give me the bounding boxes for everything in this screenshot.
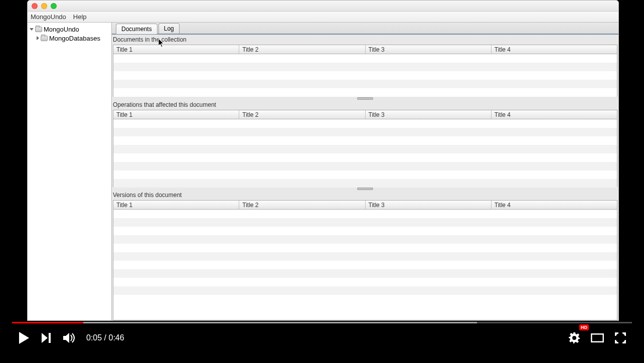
- table-row[interactable]: [113, 244, 617, 252]
- tree-root-label: MongoUndo: [44, 26, 79, 33]
- app-window: MongoUndo Help MongoUndo MongoDatabases …: [27, 0, 619, 321]
- col-title-1[interactable]: Title 1: [113, 201, 239, 210]
- player-controls: 0:05 / 0:46 HD: [12, 322, 632, 363]
- time-display: 0:05 / 0:46: [86, 333, 124, 342]
- table-row[interactable]: [113, 278, 617, 286]
- table-row[interactable]: [113, 235, 617, 244]
- video-frame: MongoUndo Help MongoUndo MongoDatabases …: [0, 0, 644, 363]
- table-body: [113, 119, 617, 188]
- section-operations-label: Operations that affected this document: [112, 100, 618, 110]
- table-row[interactable]: [113, 80, 617, 88]
- col-title-3[interactable]: Title 3: [366, 45, 492, 54]
- tab-documents[interactable]: Documents: [116, 24, 157, 34]
- main-panel: Documents Log Documents in the collectio…: [112, 23, 618, 320]
- close-icon[interactable]: [32, 3, 38, 9]
- col-title-3[interactable]: Title 3: [366, 201, 492, 210]
- table-row[interactable]: [113, 162, 617, 170]
- table-row[interactable]: [113, 170, 617, 179]
- col-title-4[interactable]: Title 4: [492, 201, 617, 210]
- documents-table[interactable]: Title 1 Title 2 Title 3 Title 4: [113, 45, 617, 97]
- col-title-1[interactable]: Title 1: [113, 45, 239, 54]
- tabs-row: Documents Log: [112, 23, 618, 35]
- col-title-2[interactable]: Title 2: [239, 201, 365, 210]
- svg-rect-0: [591, 334, 603, 342]
- time-total: 0:46: [108, 333, 124, 342]
- play-button[interactable]: [12, 326, 35, 349]
- table-row[interactable]: [113, 269, 617, 278]
- col-title-2[interactable]: Title 2: [239, 45, 365, 54]
- col-title-4[interactable]: Title 4: [492, 45, 617, 54]
- table-row[interactable]: [113, 88, 617, 97]
- table-row[interactable]: [113, 210, 617, 218]
- maximize-icon[interactable]: [51, 3, 57, 9]
- hd-badge: HD: [579, 324, 589, 330]
- table-body: [113, 54, 617, 97]
- table-header: Title 1 Title 2 Title 3 Title 4: [113, 201, 617, 210]
- tab-log[interactable]: Log: [158, 23, 180, 34]
- section-versions-label: Versions of this document: [112, 190, 618, 200]
- col-title-1[interactable]: Title 1: [113, 110, 239, 119]
- col-title-3[interactable]: Title 3: [366, 110, 492, 119]
- table-body: [113, 210, 617, 295]
- theater-mode-button[interactable]: [586, 326, 609, 349]
- section-documents-label: Documents in the collection: [112, 35, 618, 45]
- table-row[interactable]: [113, 63, 617, 71]
- versions-table[interactable]: Title 1 Title 2 Title 3 Title 4: [113, 200, 617, 320]
- table-row[interactable]: [113, 153, 617, 162]
- table-row[interactable]: [113, 119, 617, 128]
- col-title-2[interactable]: Title 2: [239, 110, 365, 119]
- next-button[interactable]: [35, 326, 58, 349]
- fullscreen-button[interactable]: [609, 326, 632, 349]
- table-row[interactable]: [113, 54, 617, 63]
- volume-button[interactable]: [58, 326, 81, 349]
- time-sep: /: [102, 333, 108, 342]
- disclosure-closed-icon[interactable]: [37, 36, 39, 40]
- folder-icon: [35, 27, 42, 32]
- progress-bar[interactable]: [12, 322, 632, 323]
- menubar: MongoUndo Help: [28, 12, 618, 23]
- table-header: Title 1 Title 2 Title 3 Title 4: [113, 110, 617, 119]
- operations-table[interactable]: Title 1 Title 2 Title 3 Title 4: [113, 110, 617, 187]
- folder-icon: [41, 36, 48, 41]
- disclosure-open-icon[interactable]: [30, 28, 34, 31]
- table-row[interactable]: [113, 227, 617, 235]
- menu-app[interactable]: MongoUndo: [31, 13, 66, 21]
- table-row[interactable]: [113, 286, 617, 295]
- table-row[interactable]: [113, 136, 617, 145]
- table-row[interactable]: [113, 71, 617, 80]
- table-row[interactable]: [113, 261, 617, 269]
- tree-child-label: MongoDatabases: [49, 35, 100, 42]
- sidebar: MongoUndo MongoDatabases: [28, 23, 112, 320]
- settings-button[interactable]: HD: [563, 326, 586, 349]
- table-header: Title 1 Title 2 Title 3 Title 4: [113, 45, 617, 54]
- minimize-icon[interactable]: [41, 3, 47, 9]
- tree-root[interactable]: MongoUndo: [28, 25, 111, 34]
- col-title-4[interactable]: Title 4: [492, 110, 617, 119]
- titlebar[interactable]: [28, 1, 618, 12]
- progress-played: [12, 322, 83, 323]
- table-row[interactable]: [113, 252, 617, 261]
- table-row[interactable]: [113, 179, 617, 188]
- time-current: 0:05: [86, 333, 102, 342]
- table-row[interactable]: [113, 128, 617, 136]
- table-row[interactable]: [113, 145, 617, 153]
- table-row[interactable]: [113, 218, 617, 227]
- tree-child[interactable]: MongoDatabases: [28, 34, 111, 43]
- menu-help[interactable]: Help: [73, 13, 87, 21]
